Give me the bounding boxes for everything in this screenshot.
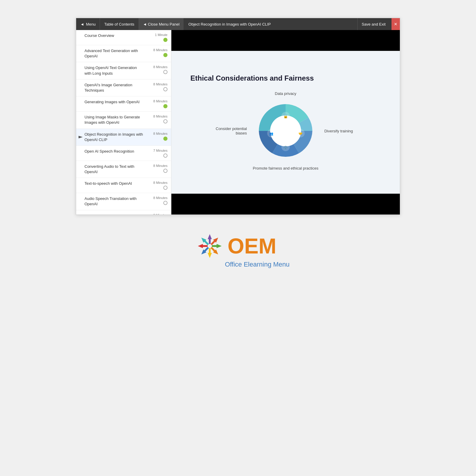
status-dot	[163, 119, 167, 123]
app-wrapper: ◄ Menu Table of Contents ◄ Close Menu Pa…	[76, 18, 400, 215]
label-bottom: Promote fairness and ethical practices	[253, 166, 318, 170]
sidebar-item-title: Using Image Masks to Generate Images wit…	[84, 115, 144, 125]
status-dot	[163, 53, 167, 57]
sidebar-item-meta: 8 Minutes	[147, 132, 167, 141]
close-x-button[interactable]: ✕	[392, 18, 400, 30]
menu-button[interactable]: ◄ Menu	[76, 18, 100, 30]
sidebar-item[interactable]: Object Recognition in Images with OpenAI…	[76, 129, 171, 146]
sidebar-item-meta: 8 Minutes	[147, 213, 167, 214]
sidebar-item-minutes: 7 Minutes	[153, 149, 167, 152]
sidebar-item-title: Translating Audio Speech to	[84, 213, 144, 214]
sidebar-item[interactable]: Advanced Text Generation with OpenAI8 Mi…	[76, 45, 171, 62]
sidebar-item-title: Object Recognition in Images with OpenAI…	[84, 132, 144, 143]
sidebar-item-meta: 8 Minutes	[147, 181, 167, 190]
sidebar-item-minutes: 8 Minutes	[153, 213, 167, 214]
svg-text:🤝: 🤝	[298, 131, 303, 136]
sidebar-item-title: OpenAI's Image Generation Techniques	[84, 82, 144, 93]
slide-content: Ethical Considerations and Fairness Cons…	[171, 51, 400, 194]
sidebar-item-minutes: 8 Minutes	[153, 82, 167, 86]
sidebar-item-title: Open AI Speech Recognition	[84, 149, 144, 154]
sidebar-item-meta: 8 Minutes	[147, 82, 167, 91]
sidebar-item[interactable]: Generating Images with OpenAI8 Minutes	[76, 96, 171, 112]
toc-button[interactable]: Table of Contents	[100, 18, 139, 30]
label-left: Consider potential biases	[208, 126, 247, 135]
status-dot	[163, 87, 167, 91]
sidebar-item-title: Using OpenAI Text Generation with Long I…	[84, 65, 144, 76]
sidebar-item[interactable]: Open AI Speech Recognition7 Minutes	[76, 146, 171, 161]
svg-marker-14	[200, 246, 210, 256]
label-right: Diversify training	[324, 129, 363, 133]
sidebar-item-minutes: 8 Minutes	[153, 48, 167, 52]
svg-marker-9	[208, 234, 212, 244]
status-dot	[163, 186, 167, 190]
save-exit-button[interactable]: Save and Exit	[357, 18, 390, 30]
sidebar-item-meta: 8 Minutes	[147, 99, 167, 108]
sidebar-item[interactable]: Using OpenAI Text Generation with Long I…	[76, 62, 171, 79]
sidebar-item-meta: 1 Minute	[147, 33, 167, 42]
status-dot	[163, 38, 167, 42]
donut-chart: 🔒 👥 🤝 ⚖️	[253, 98, 318, 164]
lesson-title: Object Recognition in Images with OpenAI…	[184, 22, 357, 26]
sidebar-item-title: Generating Images with OpenAI	[84, 99, 144, 105]
top-nav: ◄ Menu Table of Contents ◄ Close Menu Pa…	[76, 18, 400, 30]
donut-section: Consider potential biases Data privacy	[187, 91, 384, 170]
svg-text:👥: 👥	[269, 131, 273, 136]
svg-marker-16	[200, 236, 210, 246]
slide-title: Ethical Considerations and Fairness	[190, 74, 384, 82]
slide-inner: Ethical Considerations and Fairness Cons…	[187, 74, 384, 170]
logo-row: OEM	[196, 233, 276, 259]
svg-marker-10	[210, 236, 220, 246]
sidebar: Course Overview1 MinuteAdvanced Text Gen…	[76, 30, 171, 214]
sidebar-item-minutes: 8 Minutes	[153, 164, 167, 167]
sidebar-item[interactable]: Audio Speech Translation with OpenAI8 Mi…	[76, 193, 171, 210]
status-dot	[163, 70, 167, 74]
menu-icon: ◄	[80, 22, 84, 26]
svg-marker-12	[210, 246, 220, 256]
slide-area: Ethical Considerations and Fairness Cons…	[171, 30, 400, 214]
sidebar-item[interactable]: OpenAI's Image Generation Techniques8 Mi…	[76, 79, 171, 96]
sidebar-item-meta: 7 Minutes	[147, 149, 167, 158]
svg-marker-13	[208, 248, 212, 258]
sidebar-item-minutes: 8 Minutes	[153, 196, 167, 200]
sidebar-item-meta: 8 Minutes	[147, 65, 167, 74]
sidebar-item[interactable]: Converting Audio to Text with OpenAI8 Mi…	[76, 161, 171, 178]
toc-label: Table of Contents	[104, 22, 134, 26]
sidebar-item-title: Converting Audio to Text with OpenAI	[84, 164, 144, 175]
sidebar-item[interactable]: Course Overview1 Minute	[76, 30, 171, 45]
svg-marker-11	[212, 244, 222, 248]
sidebar-item-minutes: 1 Minute	[155, 33, 167, 37]
sidebar-item-title: Course Overview	[84, 33, 144, 38]
sidebar-item-meta: 8 Minutes	[147, 164, 167, 173]
donut-wrapper: Data privacy	[253, 91, 318, 170]
sidebar-item-title: Text-to-speech with OpenAI	[84, 181, 144, 186]
sidebar-item[interactable]: Translating Audio Speech to8 Minutes	[76, 210, 171, 214]
sidebar-item-minutes: 8 Minutes	[153, 65, 167, 69]
brand-name: OEM	[228, 235, 276, 257]
sidebar-item-minutes: 8 Minutes	[153, 181, 167, 184]
sidebar-item-meta: 8 Minutes	[147, 48, 167, 57]
close-panel-button[interactable]: ◄ Close Menu Panel	[139, 18, 184, 30]
brand-subtitle: Office Elearning Menu	[225, 261, 289, 268]
sidebar-item[interactable]: Using Image Masks to Generate Images wit…	[76, 112, 171, 129]
sidebar-item-minutes: 8 Minutes	[153, 99, 167, 103]
sidebar-item-minutes: 8 Minutes	[153, 115, 167, 118]
slide-black-bottom	[171, 194, 400, 214]
sidebar-item-meta: 8 Minutes	[147, 196, 167, 205]
sidebar-item-meta: 8 Minutes	[147, 115, 167, 123]
close-x-icon: ✕	[394, 22, 397, 26]
svg-text:⚖️: ⚖️	[284, 145, 288, 149]
slide-black-top	[171, 30, 400, 51]
menu-label: Menu	[86, 22, 96, 26]
status-dot	[163, 201, 167, 205]
svg-marker-15	[198, 244, 208, 248]
sidebar-item-minutes: 8 Minutes	[153, 132, 167, 135]
close-panel-label: ◄ Close Menu Panel	[143, 22, 180, 26]
sidebar-item[interactable]: Text-to-speech with OpenAI8 Minutes	[76, 178, 171, 193]
main-content: Course Overview1 MinuteAdvanced Text Gen…	[76, 30, 400, 214]
status-dot	[163, 169, 167, 173]
active-indicator	[79, 135, 83, 139]
save-exit-label: Save and Exit	[362, 22, 386, 26]
label-top: Data privacy	[275, 91, 296, 96]
status-dot	[163, 137, 167, 141]
logo-section: OEM Office Elearning Menu	[178, 233, 298, 268]
